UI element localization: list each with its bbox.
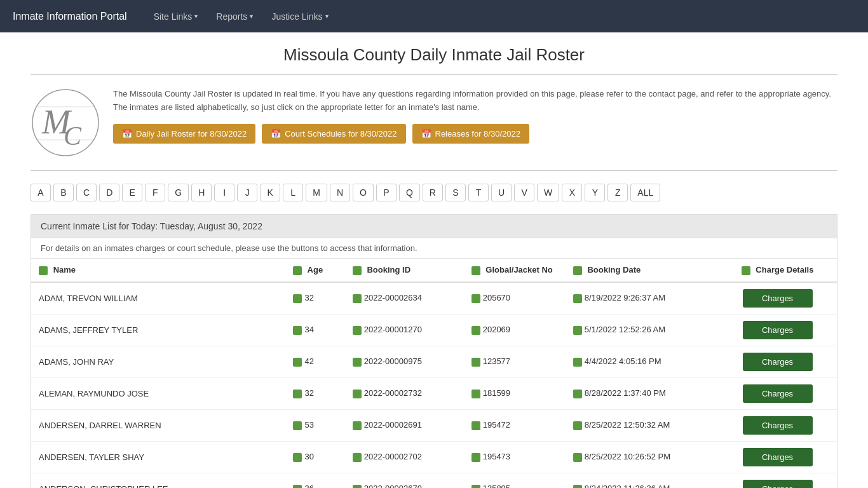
info-buttons: 📅 Daily Jail Roster for 8/30/2022 📅 Cour… <box>113 124 837 144</box>
booking-icon-0 <box>353 294 362 303</box>
alpha-btn-j[interactable]: J <box>237 184 257 201</box>
th-age: Age <box>285 259 344 282</box>
cell-date-2: 4/4/2022 4:05:16 PM <box>566 346 718 377</box>
jacket-icon-3 <box>471 390 480 398</box>
alpha-btn-b[interactable]: B <box>53 184 74 201</box>
check-icon-jacket <box>471 266 480 275</box>
cell-date-0: 8/19/2022 9:26:37 AM <box>566 282 718 315</box>
check-icon-charges <box>742 266 750 275</box>
age-icon-4 <box>293 421 302 430</box>
btn-court-schedules[interactable]: 📅 Court Schedules for 8/30/2022 <box>262 124 405 144</box>
alpha-btn-u[interactable]: U <box>491 184 512 201</box>
cell-age-2: 42 <box>285 346 344 377</box>
alpha-btn-m[interactable]: M <box>306 184 327 201</box>
nav-item-site-links: Site Links ▾ <box>146 6 206 27</box>
table-header-row: Name Age Booking ID Global/Jacket No <box>31 259 837 282</box>
nav-item-reports: Reports ▾ <box>208 6 261 27</box>
alpha-btn-i[interactable]: I <box>214 184 234 201</box>
btn-daily-roster[interactable]: 📅 Daily Jail Roster for 8/30/2022 <box>113 124 255 144</box>
charges-button-0[interactable]: Charges <box>743 289 813 308</box>
charges-button-6[interactable]: Charges <box>743 480 813 488</box>
alpha-btn-f[interactable]: F <box>145 184 165 201</box>
cell-booking-3: 2022-00002732 <box>345 377 464 409</box>
cell-age-0: 32 <box>285 282 344 315</box>
cell-name-3: ALEMAN, RAYMUNDO JOSE <box>31 377 285 409</box>
charges-button-5[interactable]: Charges <box>743 448 813 466</box>
chevron-down-icon-3: ▾ <box>325 13 329 20</box>
alpha-btn-l[interactable]: L <box>283 184 303 201</box>
alpha-btn-g[interactable]: G <box>168 184 189 201</box>
alpha-btn-c[interactable]: C <box>76 184 97 201</box>
booking-icon-3 <box>353 390 362 398</box>
page-title: Missoula County Daily Inmate Jail Roster <box>31 45 837 75</box>
alpha-btn-v[interactable]: V <box>514 184 534 201</box>
cell-booking-2: 2022-00000975 <box>345 346 464 377</box>
age-icon-1 <box>293 326 302 335</box>
date-icon-4 <box>573 421 582 430</box>
cell-age-5: 30 <box>285 441 344 473</box>
table-row: ADAMS, JOHN RAY 42 2022-00000975 123577 … <box>31 346 837 377</box>
mc-logo: M C <box>31 88 100 158</box>
chevron-down-icon-2: ▾ <box>250 13 253 20</box>
cell-charges-1: Charges <box>718 314 837 346</box>
charges-button-4[interactable]: Charges <box>743 416 813 435</box>
alpha-btn-o[interactable]: O <box>353 184 374 201</box>
alpha-btn-h[interactable]: H <box>191 184 212 201</box>
alpha-btn-t[interactable]: T <box>468 184 489 201</box>
nav-item-justice-links: Justice Links ▾ <box>264 6 336 27</box>
alpha-btn-y[interactable]: Y <box>585 184 605 201</box>
cell-jacket-3: 181599 <box>464 377 566 409</box>
btn-releases[interactable]: 📅 Releases for 8/30/2022 <box>412 124 529 144</box>
alpha-btn-q[interactable]: Q <box>399 184 420 201</box>
navbar-brand[interactable]: Inmate Information Portal <box>13 11 127 22</box>
cell-date-4: 8/25/2022 12:50:32 AM <box>566 409 718 441</box>
alpha-btn-a[interactable]: A <box>31 184 51 201</box>
nav-label-site-links: Site Links <box>154 11 193 22</box>
alpha-btn-d[interactable]: D <box>99 184 119 201</box>
cell-charges-5: Charges <box>718 441 837 473</box>
th-booking-id: Booking ID <box>345 259 464 282</box>
jacket-icon-2 <box>471 358 480 367</box>
cell-name-4: ANDERSEN, DARREL WARREN <box>31 409 285 441</box>
jacket-icon-0 <box>471 294 480 303</box>
calendar-icon: 📅 <box>122 129 132 139</box>
nav-link-site-links[interactable]: Site Links ▾ <box>146 6 206 27</box>
alpha-btn-s[interactable]: S <box>445 184 466 201</box>
cell-charges-0: Charges <box>718 282 837 315</box>
alpha-btn-w[interactable]: W <box>537 184 559 201</box>
table-row: ANDERSON, CHRISTOPHER LEE 36 2022-000026… <box>31 473 837 488</box>
th-booking-date: Booking Date <box>566 259 718 282</box>
alpha-btn-r[interactable]: R <box>423 184 443 201</box>
alpha-btn-e[interactable]: E <box>122 184 142 201</box>
jacket-icon-6 <box>471 485 480 488</box>
check-icon-age <box>293 266 302 275</box>
booking-icon-2 <box>353 358 362 367</box>
alpha-btn-k[interactable]: K <box>260 184 280 201</box>
age-icon-6 <box>293 485 302 488</box>
table-row: ADAM, TREVON WILLIAM 32 2022-00002634 20… <box>31 282 837 315</box>
alpha-btn-all[interactable]: ALL <box>630 184 660 201</box>
age-icon-3 <box>293 390 302 398</box>
cell-jacket-6: 135895 <box>464 473 566 488</box>
cell-jacket-4: 195472 <box>464 409 566 441</box>
date-icon-0 <box>573 294 582 303</box>
table-row: ALEMAN, RAYMUNDO JOSE 32 2022-00002732 1… <box>31 377 837 409</box>
nav-link-reports[interactable]: Reports ▾ <box>208 6 261 27</box>
cell-jacket-5: 195473 <box>464 441 566 473</box>
date-icon-3 <box>573 390 582 398</box>
age-icon-0 <box>293 294 302 303</box>
alpha-btn-z[interactable]: Z <box>607 184 628 201</box>
jacket-icon-1 <box>471 326 480 335</box>
charges-button-3[interactable]: Charges <box>743 384 813 403</box>
jacket-icon-4 <box>471 421 480 430</box>
alpha-btn-n[interactable]: N <box>330 184 350 201</box>
cell-charges-2: Charges <box>718 346 837 377</box>
nav-link-justice-links[interactable]: Justice Links ▾ <box>264 6 336 27</box>
info-section: M C The Missoula County Jail Roster is u… <box>31 88 837 171</box>
charges-button-2[interactable]: Charges <box>743 353 813 371</box>
alpha-btn-p[interactable]: P <box>376 184 397 201</box>
alpha-btn-x[interactable]: X <box>562 184 582 201</box>
check-icon-booking <box>353 266 362 275</box>
cell-age-1: 34 <box>285 314 344 346</box>
charges-button-1[interactable]: Charges <box>743 321 813 339</box>
